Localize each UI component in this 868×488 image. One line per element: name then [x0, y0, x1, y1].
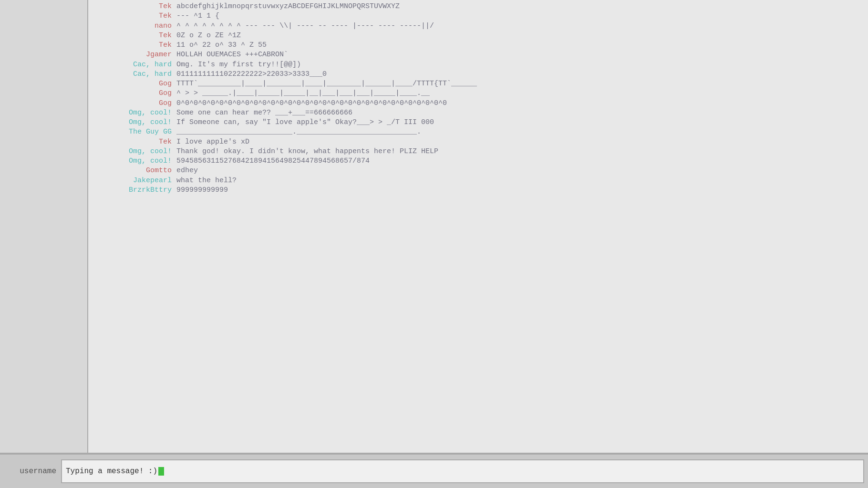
message-text: I love apple's xD	[176, 137, 864, 147]
message-text: --- ^1 1 {	[176, 11, 864, 21]
username: Tek	[92, 41, 176, 50]
table-row: GogTTTT`__________|____|________|____|__…	[92, 79, 864, 89]
username: Gog	[92, 79, 176, 89]
message-input[interactable]: Typing a message! :)	[61, 459, 864, 483]
message-text: ^ ^ ^ ^ ^ ^ ^ ^ --- --- \\| ---- -- ----…	[176, 21, 864, 31]
table-row: BrzrkBttry999999999999	[92, 186, 864, 195]
table-row: Omg, cool!Some one can hear me?? ___+___…	[92, 108, 864, 118]
message-text: 999999999999	[176, 186, 864, 195]
username: Cac, hard	[92, 60, 176, 70]
username: Omg, cool!	[92, 156, 176, 166]
main-container: TekabcdefghijklmnopqrstuvwxyzABCDEFGHIJK…	[0, 0, 868, 488]
messages-panel: TekabcdefghijklmnopqrstuvwxyzABCDEFGHIJK…	[88, 0, 868, 453]
message-text: Some one can hear me?? ___+___==66666666…	[176, 108, 864, 118]
table-row: nano^ ^ ^ ^ ^ ^ ^ ^ --- --- \\| ---- -- …	[92, 21, 864, 31]
username: nano	[92, 21, 176, 31]
table-row: Omg, cool!If Someone can, say "I love ap…	[92, 118, 864, 127]
table-row: Tek--- ^1 1 {	[92, 11, 864, 21]
message-input-text: Typing a message! :)	[66, 467, 157, 476]
chat-area: TekabcdefghijklmnopqrstuvwxyzABCDEFGHIJK…	[0, 0, 868, 454]
table-row: Omg, cool!594585631152768421894156498254…	[92, 156, 864, 166]
username: Omg, cool!	[92, 108, 176, 118]
username: Tek	[92, 31, 176, 41]
table-row: Gog^ > > ______.|____|_____|_____|__|___…	[92, 89, 864, 98]
username: Omg, cool!	[92, 147, 176, 156]
username: Jakepearl	[92, 176, 176, 186]
username: Gog	[92, 89, 176, 98]
username: BrzrkBttry	[92, 186, 176, 195]
username: The Guy GG	[92, 127, 176, 137]
table-row: Tek0Z o Z o ZE ^1Z	[92, 31, 864, 41]
message-text: ^ > > ______.|____|_____|_____|__|___|__…	[176, 89, 864, 98]
username: Cac, hard	[92, 70, 176, 79]
table-row: TekabcdefghijklmnopqrstuvwxyzABCDEFGHIJK…	[92, 2, 864, 11]
username: Gomtto	[92, 166, 176, 176]
username: Tek	[92, 2, 176, 11]
message-text: Omg. It's my first try!![@@])	[176, 60, 864, 70]
table-row: TekI love apple's xD	[92, 137, 864, 147]
message-text: 11 o^ 22 o^ 33 ^ Z 55	[176, 41, 864, 50]
cursor	[158, 467, 164, 476]
message-text: 01111111111022222222>22033>3333___0	[176, 70, 864, 79]
sidebar	[0, 0, 88, 453]
message-text: edhey	[176, 166, 864, 176]
input-label: username	[4, 467, 56, 476]
username: Tek	[92, 137, 176, 147]
message-text: Thank god! okay. I didn't know, what hap…	[176, 147, 864, 156]
table-row: Omg, cool!Thank god! okay. I didn't know…	[92, 147, 864, 156]
input-area: username Typing a message! :)	[0, 454, 868, 488]
message-text: 0Z o Z o ZE ^1Z	[176, 31, 864, 41]
message-text: HOLLAH OUEMACES +++CABRON`	[176, 50, 864, 60]
table-row: Gomttoedhey	[92, 166, 864, 176]
table-row: JgamerHOLLAH OUEMACES +++CABRON`	[92, 50, 864, 60]
table-row: Cac, hardOmg. It's my first try!![@@])	[92, 60, 864, 70]
table-row: Tek11 o^ 22 o^ 33 ^ Z 55	[92, 41, 864, 50]
table-row: Jakepearlwhat the hell?	[92, 176, 864, 186]
table-row: Cac, hard01111111111022222222>22033>3333…	[92, 70, 864, 79]
username: Gog	[92, 99, 176, 108]
table-row: Gog0^0^0^0^0^0^0^0^0^0^0^0^0^0^0^0^0^0^0…	[92, 99, 864, 108]
message-text: If Someone can, say "I love apple's" Oka…	[176, 118, 864, 127]
message-text: what the hell?	[176, 176, 864, 186]
username: Tek	[92, 11, 176, 21]
table-row: The Guy GG___________________________.__…	[92, 127, 864, 137]
username: Omg, cool!	[92, 118, 176, 127]
message-text: TTTT`__________|____|________|____|_____…	[176, 79, 864, 89]
message-text: 5945856311527684218941564982544789456865…	[176, 156, 864, 166]
message-text: 0^0^0^0^0^0^0^0^0^0^0^0^0^0^0^0^0^0^0^0^…	[176, 99, 864, 108]
username: Jgamer	[92, 50, 176, 60]
message-text: ___________________________.____________…	[176, 127, 864, 137]
message-text: abcdefghijklmnopqrstuvwxyzABCDEFGHIJKLMN…	[176, 2, 864, 11]
